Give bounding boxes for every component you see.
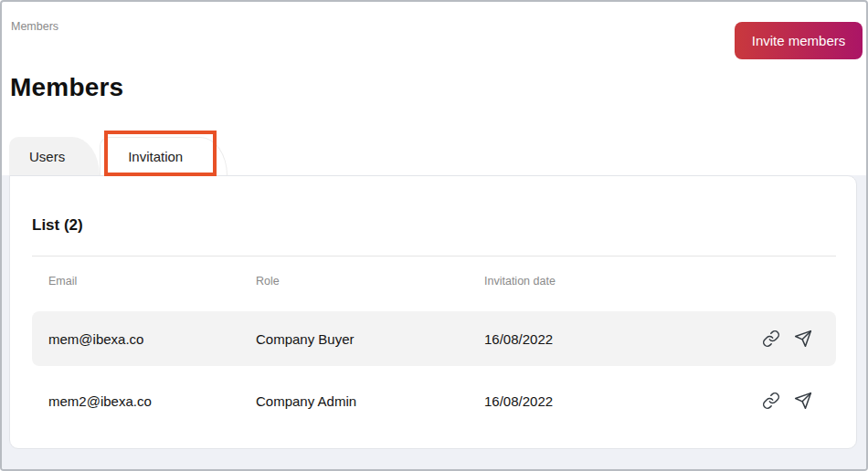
table-row: mem2@ibexa.co Company Admin 16/08/2022 [32,373,836,428]
row-actions [762,330,836,348]
tab-users-label: Users [29,149,65,164]
tab-bar: Users Invitation [9,137,228,175]
tab-invitation-label: Invitation [128,149,183,164]
copy-invitation-link-button[interactable] [762,392,780,410]
invitation-list-panel: List (2) Email Role Invitation date mem@… [9,175,857,449]
link-icon [762,392,780,410]
table-header-row: Email Role Invitation date [32,269,836,293]
send-icon [794,392,812,410]
cell-email: mem@ibexa.co [32,331,256,347]
list-title: List (2) [32,216,83,235]
row-actions [762,392,836,410]
send-icon [794,330,812,348]
cell-invitation-date: 16/08/2022 [484,331,762,347]
resend-invitation-button[interactable] [794,392,812,410]
cell-invitation-date: 16/08/2022 [484,393,762,409]
breadcrumb[interactable]: Members [11,20,58,33]
invite-members-button[interactable]: Invite members [735,22,863,59]
column-header-email: Email [32,275,256,288]
column-header-role: Role [256,275,484,288]
column-header-invitation-date: Invitation date [484,275,836,288]
page-title: Members [10,73,123,102]
copy-invitation-link-button[interactable] [762,330,780,348]
link-icon [762,330,780,348]
app-window: Members Invite members Members Users Inv… [0,0,868,471]
tab-invitation[interactable]: Invitation [100,137,228,175]
divider [32,256,836,256]
cell-role: Company Buyer [256,331,484,347]
cell-email: mem2@ibexa.co [32,393,256,409]
resend-invitation-button[interactable] [794,330,812,348]
cell-role: Company Admin [256,393,484,409]
tab-users[interactable]: Users [9,137,100,175]
table-row: mem@ibexa.co Company Buyer 16/08/2022 [32,311,836,366]
